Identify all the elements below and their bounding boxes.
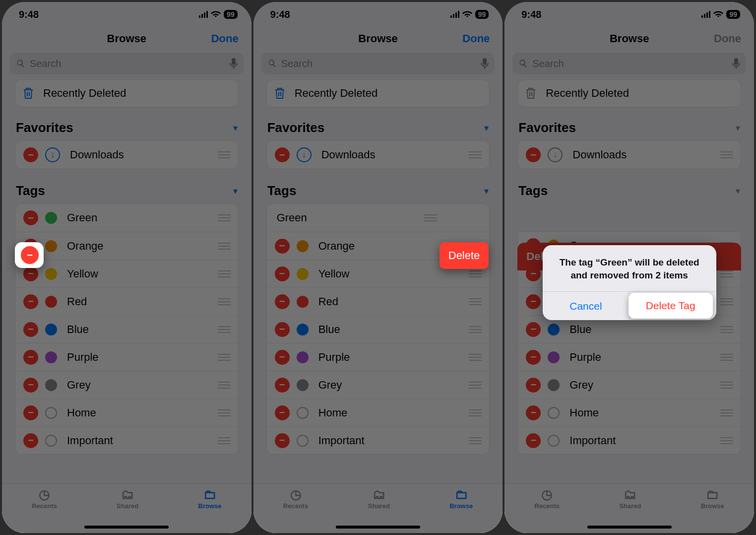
favorites-header[interactable]: Favorites ▾	[504, 119, 754, 140]
mic-icon[interactable]	[230, 58, 238, 69]
remove-tag-button[interactable]: −	[275, 378, 290, 393]
remove-tag-button[interactable]: −	[275, 405, 290, 420]
done-button[interactable]: Done	[462, 32, 490, 45]
remove-tag-button[interactable]: −	[23, 210, 38, 225]
remove-tag-button[interactable]: −	[275, 433, 290, 448]
alert-cancel-button[interactable]: Cancel	[543, 292, 630, 320]
drag-handle-icon[interactable]	[217, 243, 231, 250]
mic-icon[interactable]	[481, 58, 489, 69]
drag-handle-icon[interactable]	[217, 151, 231, 158]
remove-tag-button[interactable]: −	[275, 322, 290, 337]
swipe-delete-button[interactable]: Delete	[440, 242, 489, 269]
drag-handle-icon[interactable]	[468, 298, 482, 305]
remove-tag-button[interactable]: −	[275, 239, 290, 254]
drag-handle-icon[interactable]	[217, 326, 231, 333]
tag-row-yellow[interactable]: −Yellow	[15, 260, 238, 287]
tag-row-purple[interactable]: −Purple	[267, 343, 490, 371]
drag-handle-icon[interactable]	[720, 354, 734, 361]
tab-browse[interactable]: 🗀Browse	[449, 488, 473, 533]
tag-row-red[interactable]: −Red	[15, 287, 238, 315]
drag-handle-icon[interactable]	[217, 354, 231, 361]
tag-row-blue[interactable]: −Blue	[15, 315, 238, 343]
remove-tag-button[interactable]: −	[526, 405, 541, 420]
remove-tag-button[interactable]: −	[23, 267, 38, 281]
tag-row-blue[interactable]: −Blue	[267, 315, 490, 343]
home-indicator[interactable]	[336, 526, 420, 529]
tag-row-green[interactable]: −Green	[15, 204, 238, 232]
tab-recents[interactable]: ◷Recents	[32, 488, 57, 533]
remove-tag-button[interactable]: −	[23, 322, 38, 337]
drag-handle-icon[interactable]	[720, 382, 734, 389]
favorites-header[interactable]: Favorites ▾	[253, 119, 503, 140]
tag-row-home[interactable]: −Home	[267, 399, 490, 426]
favorites-row-downloads[interactable]: − ↓ Downloads	[267, 141, 490, 169]
search-input[interactable]: Search	[512, 53, 746, 74]
tag-row-grey[interactable]: −Grey	[267, 371, 490, 399]
remove-tag-button[interactable]: −	[275, 350, 290, 365]
drag-handle-icon[interactable]	[720, 437, 734, 444]
drag-handle-icon[interactable]	[217, 298, 231, 305]
favorites-header[interactable]: Favorites ▾	[2, 119, 252, 140]
remove-tag-button[interactable]: −	[23, 405, 38, 420]
home-indicator[interactable]	[587, 526, 672, 529]
tab-browse[interactable]: 🗀Browse	[701, 488, 724, 533]
tag-row-green-sliding[interactable]: Green	[267, 204, 490, 232]
tag-row-purple[interactable]: −Purple	[15, 343, 238, 371]
remove-tag-button[interactable]: −	[526, 378, 541, 393]
remove-tag-button[interactable]: −	[526, 433, 541, 448]
tag-row-important[interactable]: −Important	[267, 426, 490, 454]
tag-row-grey[interactable]: −Grey	[15, 371, 238, 399]
tag-row-home[interactable]: −Home	[518, 399, 741, 426]
tag-row-purple[interactable]: −Purple	[518, 343, 741, 371]
tab-recents[interactable]: ◷Recents	[535, 488, 560, 533]
recently-deleted-row[interactable]: Recently Deleted	[266, 79, 490, 107]
remove-tag-button[interactable]: −	[526, 294, 541, 309]
drag-handle-icon[interactable]	[468, 151, 482, 158]
drag-handle-icon[interactable]	[217, 214, 231, 221]
remove-favorite-button[interactable]: −	[526, 147, 541, 162]
recently-deleted-row[interactable]: Recently Deleted	[15, 79, 239, 107]
tags-header[interactable]: Tags ▾	[2, 182, 252, 203]
tags-header[interactable]: Tags ▾	[253, 182, 503, 203]
drag-handle-icon[interactable]	[468, 326, 482, 333]
drag-handle-icon[interactable]	[468, 270, 482, 277]
remove-tag-button[interactable]: −	[23, 350, 38, 365]
tags-header[interactable]: Tags ▾	[504, 182, 754, 203]
remove-tag-button[interactable]: −	[23, 294, 38, 309]
search-input[interactable]: Search	[10, 53, 244, 74]
tab-browse[interactable]: 🗀Browse	[198, 488, 222, 533]
drag-handle-icon[interactable]	[217, 409, 231, 416]
drag-handle-icon[interactable]	[720, 409, 734, 416]
remove-tag-button[interactable]: −	[526, 350, 541, 365]
favorites-row-downloads[interactable]: − ↓ Downloads	[518, 141, 741, 169]
drag-handle-icon[interactable]	[217, 437, 231, 444]
tag-row-important[interactable]: −Important	[15, 426, 238, 454]
drag-handle-icon[interactable]	[468, 354, 482, 361]
drag-handle-icon[interactable]	[468, 382, 482, 389]
tag-row-red[interactable]: −Red	[267, 287, 490, 315]
remove-tag-button[interactable]: −	[23, 378, 38, 393]
alert-delete-highlight[interactable]: Delete Tag	[629, 293, 713, 319]
recently-deleted-row[interactable]: Recently Deleted	[517, 79, 741, 107]
drag-handle-icon[interactable]	[217, 270, 231, 277]
drag-handle-icon[interactable]	[720, 270, 734, 277]
remove-tag-green-highlight[interactable]: −	[15, 242, 44, 268]
drag-handle-icon[interactable]	[217, 382, 231, 389]
drag-handle-icon[interactable]	[424, 214, 438, 221]
favorites-row-downloads[interactable]: − ↓ Downloads	[15, 141, 238, 169]
mic-icon[interactable]	[732, 58, 740, 69]
remove-tag-button[interactable]: −	[275, 294, 290, 309]
home-indicator[interactable]	[84, 526, 169, 529]
tag-row-home[interactable]: −Home	[15, 399, 238, 426]
remove-tag-button[interactable]: −	[23, 433, 38, 448]
drag-handle-icon[interactable]	[720, 326, 734, 333]
drag-handle-icon[interactable]	[720, 151, 734, 158]
drag-handle-icon[interactable]	[468, 409, 482, 416]
tag-row-grey[interactable]: −Grey	[518, 371, 741, 399]
tag-row-important[interactable]: −Important	[518, 426, 741, 454]
remove-tag-button[interactable]: −	[526, 322, 541, 337]
remove-favorite-button[interactable]: −	[275, 147, 290, 162]
drag-handle-icon[interactable]	[720, 298, 734, 305]
drag-handle-icon[interactable]	[468, 437, 482, 444]
remove-tag-button[interactable]: −	[275, 267, 290, 281]
